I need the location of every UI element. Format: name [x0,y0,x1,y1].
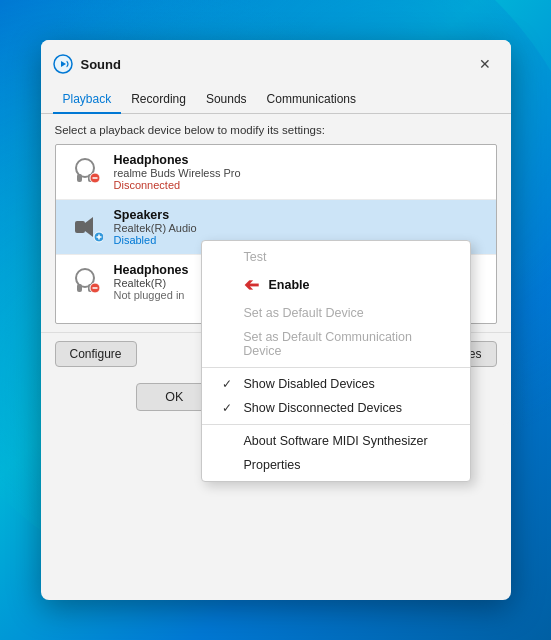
ctx-item-show-disabled[interactable]: ✓ Show Disabled Devices [202,372,470,396]
dialog-title: Sound [81,57,471,72]
sound-icon [53,54,73,74]
subtitle-text: Select a playback device below to modify… [55,124,497,136]
tab-recording[interactable]: Recording [121,86,196,114]
ctx-check-show-disconnected: ✓ [222,401,238,415]
svg-rect-2 [77,174,82,182]
tab-bar: Playback Recording Sounds Communications [41,86,511,114]
device-item-headphones-realme[interactable]: Headphones realme Buds Wireless Pro Disc… [56,145,496,200]
ctx-item-properties[interactable]: Properties [202,453,470,477]
ctx-label-show-disabled: Show Disabled Devices [244,377,375,391]
svg-rect-6 [75,221,85,233]
ctx-item-show-disconnected[interactable]: ✓ Show Disconnected Devices [202,396,470,420]
ctx-label-set-default: Set as Default Device [244,306,364,320]
ctx-label-about-midi: About Software MIDI Synthesizer [244,434,428,448]
device-icon-speakers [66,208,104,246]
arrow-icon: ➔ [244,274,259,296]
ctx-label-enable: Enable [269,278,310,292]
close-button[interactable]: ✕ [471,50,499,78]
device-icon-headphones [66,153,104,191]
dialog-content: Select a playback device below to modify… [41,114,511,332]
svg-rect-12 [77,284,82,292]
device-icon-headphones2 [66,263,104,301]
ctx-label-set-default-comm: Set as Default Communication Device [243,330,449,358]
device-name: Headphones [114,153,486,167]
title-bar: Sound ✕ [41,40,511,86]
svg-marker-7 [85,217,93,237]
ctx-item-set-default: Set as Default Device [202,301,470,325]
device-info-headphones-realme: Headphones realme Buds Wireless Pro Disc… [114,153,486,191]
configure-button[interactable]: Configure [55,341,137,367]
ctx-label-test: Test [244,250,267,264]
device-driver: realme Buds Wireless Pro [114,167,486,179]
sound-dialog: Sound ✕ Playback Recording Sounds Commun… [41,40,511,600]
tab-playback[interactable]: Playback [53,86,122,114]
context-menu: Test ➔ Enable Set as Default Device Set … [201,240,471,482]
ctx-item-enable[interactable]: ➔ Enable [202,269,470,301]
ctx-item-set-default-comm: Set as Default Communication Device [202,325,470,363]
tab-sounds[interactable]: Sounds [196,86,257,114]
ctx-label-properties: Properties [244,458,301,472]
ctx-divider-1 [202,367,470,368]
ctx-item-about-midi[interactable]: About Software MIDI Synthesizer [202,429,470,453]
device-status: Disconnected [114,179,486,191]
ctx-divider-2 [202,424,470,425]
device-driver: Realtek(R) Audio [114,222,486,234]
device-name: Speakers [114,208,486,222]
ctx-item-test[interactable]: Test [202,245,470,269]
ctx-label-show-disconnected: Show Disconnected Devices [244,401,402,415]
ctx-check-show-disabled: ✓ [222,377,238,391]
tab-communications[interactable]: Communications [257,86,366,114]
